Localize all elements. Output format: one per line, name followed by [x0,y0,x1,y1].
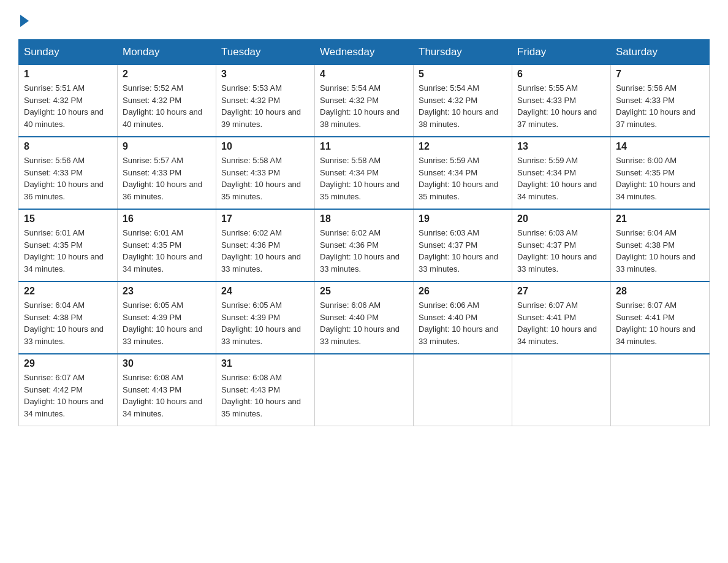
logo-arrow-icon [20,15,29,27]
day-info: Sunrise: 6:06 AM Sunset: 4:40 PM Dayligh… [320,299,408,347]
calendar-day-cell: 7 Sunrise: 5:56 AM Sunset: 4:33 PM Dayli… [611,65,710,137]
day-info: Sunrise: 6:04 AM Sunset: 4:38 PM Dayligh… [24,299,112,347]
day-info: Sunrise: 6:06 AM Sunset: 4:40 PM Dayligh… [419,299,507,347]
day-number: 8 [24,141,112,152]
day-number: 18 [320,213,408,224]
day-info: Sunrise: 6:05 AM Sunset: 4:39 PM Dayligh… [123,299,211,347]
day-info: Sunrise: 6:08 AM Sunset: 4:43 PM Dayligh… [221,372,309,419]
calendar-day-cell: 12 Sunrise: 5:59 AM Sunset: 4:34 PM Dayl… [414,137,512,209]
day-number: 30 [123,358,211,369]
calendar-header-sunday: Sunday [19,40,118,65]
calendar-header-monday: Monday [118,40,216,65]
day-number: 6 [517,69,605,80]
day-number: 10 [221,141,309,152]
day-info: Sunrise: 6:00 AM Sunset: 4:35 PM Dayligh… [616,155,704,202]
day-info: Sunrise: 5:56 AM Sunset: 4:33 PM Dayligh… [24,155,112,202]
day-number: 2 [123,69,211,80]
calendar-day-cell: 15 Sunrise: 6:01 AM Sunset: 4:35 PM Dayl… [19,209,118,282]
day-info: Sunrise: 5:59 AM Sunset: 4:34 PM Dayligh… [517,155,605,202]
day-info: Sunrise: 6:02 AM Sunset: 4:36 PM Dayligh… [320,227,408,275]
calendar-header-row: SundayMondayTuesdayWednesdayThursdayFrid… [19,40,710,65]
calendar-day-cell: 24 Sunrise: 6:05 AM Sunset: 4:39 PM Dayl… [216,282,315,354]
calendar-day-cell: 21 Sunrise: 6:04 AM Sunset: 4:38 PM Dayl… [611,209,710,282]
calendar-day-cell: 9 Sunrise: 5:57 AM Sunset: 4:33 PM Dayli… [118,137,216,209]
calendar-day-cell [611,354,710,426]
day-number: 31 [221,358,309,369]
day-number: 4 [320,69,408,80]
calendar-day-cell: 11 Sunrise: 5:58 AM Sunset: 4:34 PM Dayl… [315,137,414,209]
calendar-day-cell: 1 Sunrise: 5:51 AM Sunset: 4:32 PM Dayli… [19,65,118,137]
day-number: 28 [616,286,704,297]
day-number: 22 [24,286,112,297]
calendar-day-cell [315,354,414,426]
day-info: Sunrise: 5:57 AM Sunset: 4:33 PM Dayligh… [123,155,211,202]
day-info: Sunrise: 5:51 AM Sunset: 4:32 PM Dayligh… [24,82,112,130]
calendar-week-row: 29 Sunrise: 6:07 AM Sunset: 4:42 PM Dayl… [19,354,710,426]
calendar-day-cell [512,354,611,426]
calendar-header-wednesday: Wednesday [315,40,414,65]
calendar-week-row: 8 Sunrise: 5:56 AM Sunset: 4:33 PM Dayli… [19,137,710,209]
day-number: 16 [123,213,211,224]
calendar-day-cell: 17 Sunrise: 6:02 AM Sunset: 4:36 PM Dayl… [216,209,315,282]
calendar-day-cell: 27 Sunrise: 6:07 AM Sunset: 4:41 PM Dayl… [512,282,611,354]
calendar-day-cell: 28 Sunrise: 6:07 AM Sunset: 4:41 PM Dayl… [611,282,710,354]
day-number: 17 [221,213,309,224]
day-number: 23 [123,286,211,297]
calendar-week-row: 15 Sunrise: 6:01 AM Sunset: 4:35 PM Dayl… [19,209,710,282]
day-number: 24 [221,286,309,297]
calendar-day-cell: 23 Sunrise: 6:05 AM Sunset: 4:39 PM Dayl… [118,282,216,354]
calendar-day-cell: 31 Sunrise: 6:08 AM Sunset: 4:43 PM Dayl… [216,354,315,426]
day-number: 12 [419,141,507,152]
calendar-day-cell: 10 Sunrise: 5:58 AM Sunset: 4:33 PM Dayl… [216,137,315,209]
day-number: 25 [320,286,408,297]
day-info: Sunrise: 6:04 AM Sunset: 4:38 PM Dayligh… [616,227,704,275]
calendar-day-cell: 14 Sunrise: 6:00 AM Sunset: 4:35 PM Dayl… [611,137,710,209]
day-number: 9 [123,141,211,152]
day-info: Sunrise: 6:07 AM Sunset: 4:41 PM Dayligh… [616,299,704,347]
day-number: 1 [24,69,112,80]
day-number: 7 [616,69,704,80]
day-number: 29 [24,358,112,369]
day-info: Sunrise: 6:07 AM Sunset: 4:42 PM Dayligh… [24,372,112,419]
day-info: Sunrise: 6:08 AM Sunset: 4:43 PM Dayligh… [123,372,211,419]
day-number: 27 [517,286,605,297]
page-header [18,12,710,27]
day-info: Sunrise: 5:52 AM Sunset: 4:32 PM Dayligh… [123,82,211,130]
day-number: 21 [616,213,704,224]
day-number: 19 [419,213,507,224]
day-number: 5 [419,69,507,80]
calendar-day-cell: 8 Sunrise: 5:56 AM Sunset: 4:33 PM Dayli… [19,137,118,209]
calendar-day-cell: 30 Sunrise: 6:08 AM Sunset: 4:43 PM Dayl… [118,354,216,426]
day-info: Sunrise: 5:58 AM Sunset: 4:33 PM Dayligh… [221,155,309,202]
day-number: 26 [419,286,507,297]
day-number: 14 [616,141,704,152]
calendar-day-cell: 13 Sunrise: 5:59 AM Sunset: 4:34 PM Dayl… [512,137,611,209]
calendar-week-row: 22 Sunrise: 6:04 AM Sunset: 4:38 PM Dayl… [19,282,710,354]
calendar-week-row: 1 Sunrise: 5:51 AM Sunset: 4:32 PM Dayli… [19,65,710,137]
day-info: Sunrise: 6:07 AM Sunset: 4:41 PM Dayligh… [517,299,605,347]
calendar-day-cell: 20 Sunrise: 6:03 AM Sunset: 4:37 PM Dayl… [512,209,611,282]
day-number: 3 [221,69,309,80]
day-info: Sunrise: 5:59 AM Sunset: 4:34 PM Dayligh… [419,155,507,202]
calendar-day-cell: 29 Sunrise: 6:07 AM Sunset: 4:42 PM Dayl… [19,354,118,426]
day-info: Sunrise: 6:02 AM Sunset: 4:36 PM Dayligh… [221,227,309,275]
calendar-day-cell: 5 Sunrise: 5:54 AM Sunset: 4:32 PM Dayli… [414,65,512,137]
calendar-day-cell: 2 Sunrise: 5:52 AM Sunset: 4:32 PM Dayli… [118,65,216,137]
day-number: 13 [517,141,605,152]
calendar-header-tuesday: Tuesday [216,40,315,65]
calendar-header-friday: Friday [512,40,611,65]
day-info: Sunrise: 5:58 AM Sunset: 4:34 PM Dayligh… [320,155,408,202]
day-info: Sunrise: 6:03 AM Sunset: 4:37 PM Dayligh… [419,227,507,275]
calendar-day-cell: 18 Sunrise: 6:02 AM Sunset: 4:36 PM Dayl… [315,209,414,282]
day-info: Sunrise: 5:53 AM Sunset: 4:32 PM Dayligh… [221,82,309,130]
day-info: Sunrise: 6:05 AM Sunset: 4:39 PM Dayligh… [221,299,309,347]
day-info: Sunrise: 5:55 AM Sunset: 4:33 PM Dayligh… [517,82,605,130]
day-info: Sunrise: 5:54 AM Sunset: 4:32 PM Dayligh… [320,82,408,130]
calendar-day-cell: 25 Sunrise: 6:06 AM Sunset: 4:40 PM Dayl… [315,282,414,354]
calendar-day-cell: 4 Sunrise: 5:54 AM Sunset: 4:32 PM Dayli… [315,65,414,137]
calendar-table: SundayMondayTuesdayWednesdayThursdayFrid… [18,39,710,426]
day-number: 15 [24,213,112,224]
calendar-day-cell: 19 Sunrise: 6:03 AM Sunset: 4:37 PM Dayl… [414,209,512,282]
day-info: Sunrise: 6:03 AM Sunset: 4:37 PM Dayligh… [517,227,605,275]
calendar-day-cell: 22 Sunrise: 6:04 AM Sunset: 4:38 PM Dayl… [19,282,118,354]
